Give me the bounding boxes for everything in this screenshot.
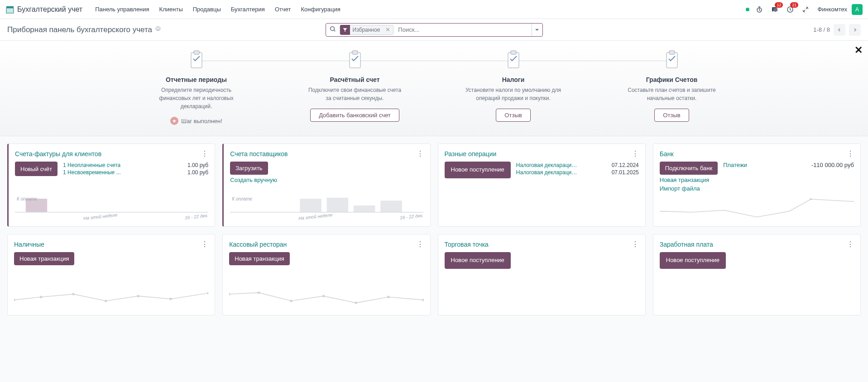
kebab-icon[interactable]: ⋮: [847, 149, 854, 158]
tools-icon[interactable]: [800, 4, 811, 15]
pos-line-chart: [229, 281, 423, 310]
step-desc: Определите периодичность финансовых лет …: [147, 86, 246, 110]
onboarding-steps: Отчетные периоды Определите периодичност…: [117, 50, 751, 125]
new-transaction-link[interactable]: Новая транзакция: [660, 177, 854, 183]
timer-icon[interactable]: [754, 4, 765, 15]
axis-label: 16 - 22 дек.: [400, 213, 424, 220]
filter-tag-label: Избранное: [350, 27, 383, 33]
nav-accounting[interactable]: Бухгалтерия: [226, 3, 269, 15]
new-entry-button[interactable]: Новое поступление: [660, 252, 726, 269]
card-cash: Наличные ⋮ Новая транзакция: [7, 234, 215, 315]
nav-config[interactable]: Конфигурация: [296, 3, 345, 15]
svg-point-28: [229, 293, 230, 295]
pager-prev-button[interactable]: [834, 24, 845, 36]
control-bar: Приборная панель бухгалтерского учета Из…: [0, 19, 868, 41]
card-retail-point: Торговая точка ⋮ Новое поступление: [438, 234, 646, 315]
kebab-icon[interactable]: ⋮: [201, 149, 208, 158]
svg-point-31: [322, 295, 325, 297]
app-icon: [5, 5, 14, 14]
create-manual-link[interactable]: Создать вручную: [230, 177, 423, 183]
close-icon[interactable]: ✕: [854, 44, 863, 56]
svg-point-25: [137, 295, 139, 297]
svg-point-27: [207, 292, 208, 294]
step-connector: [197, 61, 355, 61]
card-bank: Банк ⋮ Подключить банк Платежи -110 000.…: [653, 143, 861, 227]
review-coa-button[interactable]: Отзыв: [654, 109, 689, 122]
step-desc: Установите налоги по умолчанию для опера…: [464, 86, 563, 102]
kebab-icon[interactable]: ⋮: [847, 240, 854, 248]
pager-text: 1-8 / 8: [813, 26, 830, 33]
late-link[interactable]: 1 Несвоевременные ...: [63, 169, 120, 176]
connect-bank-button[interactable]: Подключить банк: [660, 162, 718, 175]
search-input[interactable]: [395, 26, 531, 33]
payments-link[interactable]: Платежи: [723, 162, 747, 175]
step-done-badge: ★ Шаг выполнен!: [170, 117, 222, 125]
kebab-icon[interactable]: ⋮: [417, 149, 424, 158]
topbar: Бухгалтерский учет Панель управления Кли…: [0, 0, 868, 19]
activities-badge: 21: [790, 2, 798, 8]
add-bank-button[interactable]: Добавить банковский счет: [310, 109, 399, 122]
review-taxes-button[interactable]: Отзыв: [496, 109, 530, 122]
kebab-icon[interactable]: ⋮: [417, 240, 424, 248]
import-file-link[interactable]: Импорт файла: [660, 185, 854, 192]
chevron-down-icon[interactable]: [532, 24, 542, 36]
pager: 1-8 / 8: [813, 24, 861, 36]
filter-icon: [340, 25, 350, 35]
nav-report[interactable]: Отчет: [270, 3, 296, 15]
card-customer-invoices: Счета-фактуры для клиентов ⋮ Новый счёт …: [7, 143, 215, 227]
tax-return-link[interactable]: Налоговая декларация д...: [516, 169, 580, 176]
kebab-icon[interactable]: ⋮: [201, 240, 208, 248]
card-title[interactable]: Торговая точка: [445, 241, 489, 248]
close-icon[interactable]: ✕: [383, 26, 393, 33]
card-title[interactable]: Заработная плата: [660, 241, 713, 248]
card-title[interactable]: Банк: [660, 150, 674, 158]
gear-icon[interactable]: [155, 26, 161, 33]
card-title[interactable]: Кассовый ресторан: [229, 241, 287, 248]
svg-point-34: [422, 299, 424, 301]
svg-rect-8: [352, 51, 358, 54]
card-title[interactable]: Разные операции: [445, 150, 497, 158]
card-title[interactable]: Счета поставщиков: [230, 150, 288, 158]
unpaid-link[interactable]: 1 Неоплаченные счета: [63, 162, 120, 168]
svg-rect-7: [350, 53, 360, 68]
page-title: Приборная панель бухгалтерского учета: [7, 25, 152, 34]
pager-next-button[interactable]: [849, 24, 861, 36]
svg-point-4: [330, 27, 334, 31]
svg-rect-9: [508, 53, 519, 68]
svg-point-30: [290, 300, 293, 302]
new-transaction-button[interactable]: Новая транзакция: [229, 252, 289, 265]
nav-customers[interactable]: Клиенты: [155, 3, 187, 15]
new-transaction-button[interactable]: Новая транзакция: [14, 252, 74, 265]
svg-rect-16: [327, 198, 348, 212]
clipboard-check-icon: [503, 50, 524, 72]
kebab-icon[interactable]: ⋮: [632, 240, 639, 248]
activities-icon[interactable]: 21: [785, 4, 796, 15]
messages-icon[interactable]: 12: [769, 4, 780, 15]
svg-point-32: [355, 301, 357, 304]
step-connector: [355, 61, 513, 61]
nav-vendors[interactable]: Продавцы: [188, 3, 225, 15]
stat-value: 07.01.2025: [612, 169, 639, 176]
nav-dashboard[interactable]: Панель управления: [91, 3, 153, 15]
card-title[interactable]: Наличные: [14, 241, 44, 248]
company-name[interactable]: Финкомтех: [817, 6, 847, 13]
tax-return-link[interactable]: Налоговая декларация д...: [516, 162, 580, 168]
card-title[interactable]: Счета-фактуры для клиентов: [15, 150, 101, 158]
tax-return-list: Налоговая декларация д...07.12.2024 Нало…: [516, 162, 639, 178]
search-icon[interactable]: [326, 26, 340, 33]
kebab-icon[interactable]: ⋮: [632, 149, 639, 158]
app-title: Бухгалтерский учет: [17, 5, 82, 14]
svg-rect-1: [6, 8, 14, 13]
new-entry-button[interactable]: Новое поступление: [445, 252, 511, 269]
card-payroll: Заработная плата ⋮ Новое поступление: [653, 234, 861, 315]
avatar[interactable]: A: [852, 4, 863, 15]
step-desc: Составьте план счетов и запишите начальн…: [622, 86, 722, 102]
new-invoice-button[interactable]: Новый счёт: [15, 162, 58, 176]
btn-label: Новое поступление: [666, 257, 719, 263]
upload-button[interactable]: Загрузить: [230, 162, 268, 175]
invoice-stats: 1 Неоплаченные счета1.00 руб 1 Несвоевре…: [63, 162, 208, 176]
messages-badge: 12: [775, 2, 783, 8]
new-entry-button[interactable]: Новое поступление: [445, 162, 511, 178]
stat-value: 1.00 руб: [187, 169, 208, 176]
svg-point-33: [387, 296, 390, 298]
